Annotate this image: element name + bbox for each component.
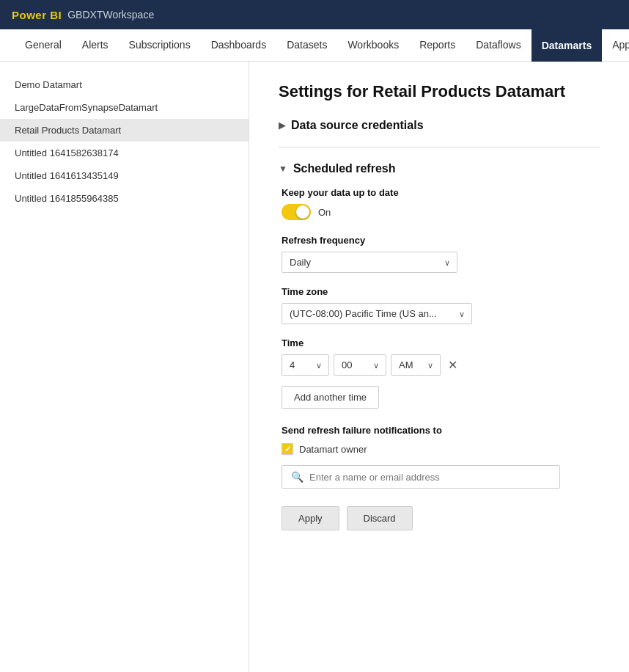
apply-button[interactable]: Apply — [282, 506, 339, 530]
sidebar-item-demo-datamart[interactable]: Demo Datamart — [0, 73, 249, 96]
checkbox-datamart-owner[interactable]: ✓ — [282, 443, 293, 455]
content-area: Settings for Retail Products Datamart ▶ … — [249, 62, 629, 672]
tab-datasets[interactable]: Datasets — [276, 29, 337, 62]
tab-dashboards[interactable]: Dashboards — [201, 29, 277, 62]
timezone-wrapper: (UTC-08:00) Pacific Time (US an... — [282, 303, 472, 324]
page-title: Settings for Retail Products Datamart — [279, 82, 600, 101]
checkbox-row: ✓ Datamart owner — [282, 443, 600, 455]
tab-subscriptions[interactable]: Subscriptions — [119, 29, 201, 62]
tab-alerts[interactable]: Alerts — [72, 29, 119, 62]
app-logo: Power BI — [12, 9, 62, 21]
tab-datamarts[interactable]: Datamarts — [531, 29, 602, 62]
time-ampm-select[interactable]: AM PM — [391, 354, 441, 376]
email-input-wrapper[interactable]: 🔍 — [282, 465, 560, 489]
notification-label: Send refresh failure notifications to — [282, 425, 600, 436]
sidebar: Demo Datamart LargeDataFromSynapseDatama… — [0, 62, 249, 672]
timezone-select[interactable]: (UTC-08:00) Pacific Time (US an... — [282, 303, 472, 324]
data-source-section-header[interactable]: ▶ Data source credentials — [279, 119, 600, 132]
minute-wrapper: 00 153045 — [334, 354, 386, 376]
scheduled-refresh-arrow-icon: ▼ — [279, 164, 287, 174]
ampm-wrapper: AM PM — [391, 354, 441, 376]
refresh-frequency-select[interactable]: Daily Weekly — [282, 252, 457, 273]
toggle-label: On — [318, 207, 331, 218]
scheduled-refresh-section-header[interactable]: ▼ Scheduled refresh — [279, 162, 600, 175]
refresh-frequency-wrapper: Daily Weekly — [282, 252, 457, 273]
checkmark-icon: ✓ — [284, 445, 291, 454]
tab-bar: General Alerts Subscriptions Dashboards … — [0, 29, 629, 62]
data-source-arrow-icon: ▶ — [279, 120, 285, 131]
time-remove-icon[interactable]: ✕ — [445, 355, 460, 375]
topbar: Power BI GBDXTWorkspace — [0, 0, 629, 29]
keep-data-label: Keep your data up to date — [282, 187, 600, 198]
data-source-label: Data source credentials — [291, 119, 424, 132]
sidebar-item-untitled-2[interactable]: Untitled 1641613435149 — [0, 164, 249, 187]
section-divider — [279, 147, 600, 147]
sidebar-item-untitled-1[interactable]: Untitled 1641582638174 — [0, 142, 249, 164]
time-minute-select[interactable]: 00 153045 — [334, 354, 386, 376]
sidebar-item-untitled-3[interactable]: Untitled 1641855964385 — [0, 187, 249, 210]
tab-general[interactable]: General — [15, 29, 72, 62]
time-label: Time — [282, 337, 600, 348]
add-another-time-button[interactable]: Add another time — [282, 386, 379, 409]
search-icon: 🔍 — [291, 471, 304, 483]
sidebar-item-retail-products[interactable]: Retail Products Datamart — [0, 119, 249, 142]
scheduled-refresh-label: Scheduled refresh — [293, 162, 396, 175]
refresh-frequency-label: Refresh frequency — [282, 235, 600, 246]
workspace-name: GBDXTWorkspace — [67, 9, 154, 21]
toggle-switch[interactable] — [282, 204, 311, 220]
discard-button[interactable]: Discard — [347, 506, 413, 530]
hour-wrapper: 4 123 567 8910 1112 — [282, 354, 329, 376]
timezone-label: Time zone — [282, 286, 600, 297]
refresh-content: Keep your data up to date On Refresh fre… — [279, 187, 600, 530]
tab-dataflows[interactable]: Dataflows — [466, 29, 531, 62]
tab-workbooks[interactable]: Workbooks — [337, 29, 409, 62]
action-row: Apply Discard — [282, 506, 600, 530]
logo-bi: BI — [50, 9, 62, 21]
checkbox-label: Datamart owner — [299, 444, 367, 455]
main-layout: Demo Datamart LargeDataFromSynapseDatama… — [0, 62, 629, 672]
tab-reports[interactable]: Reports — [409, 29, 466, 62]
logo-power: Power — [12, 9, 47, 21]
time-hour-select[interactable]: 4 123 567 8910 1112 — [282, 354, 329, 376]
toggle-row: On — [282, 204, 600, 220]
toggle-knob — [296, 205, 309, 219]
sidebar-item-large-data[interactable]: LargeDataFromSynapseDatamart — [0, 96, 249, 119]
tab-app[interactable]: App — [602, 29, 629, 62]
time-row: 4 123 567 8910 1112 00 153045 AM — [282, 354, 600, 376]
email-input[interactable] — [309, 472, 551, 483]
